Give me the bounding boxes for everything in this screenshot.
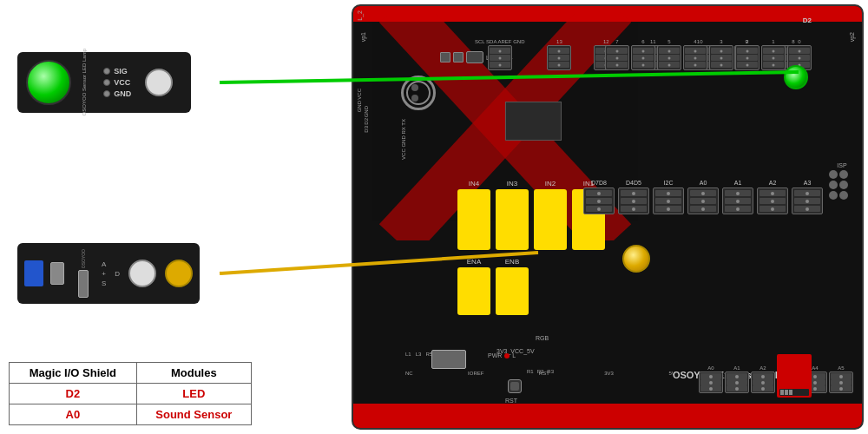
gnd2-label: GND — [364, 106, 369, 117]
reset-button[interactable] — [508, 379, 522, 393]
i2c-conn — [653, 187, 684, 214]
sound-white-connector — [128, 260, 156, 287]
d1-label: 1 — [772, 39, 774, 44]
d13-block: 13 — [547, 39, 571, 70]
in4-label: IN4 — [457, 180, 490, 187]
dp-pin-3 — [490, 62, 510, 68]
d7d8-label: D7D8 — [583, 180, 615, 186]
d3-label: 3 — [720, 39, 722, 44]
d0-label: 0 — [798, 39, 800, 44]
red-component-block — [777, 354, 812, 398]
sound-a-d-labels: A + S — [102, 260, 106, 287]
a3-label: A3 — [792, 180, 823, 186]
sound-s-label: S — [102, 279, 106, 287]
rst-text: RST — [505, 398, 517, 404]
i2c-label: I2C — [653, 180, 684, 186]
sound-mic-component — [50, 262, 64, 285]
isp-dot-2 — [839, 170, 848, 179]
led-module-label: OSOYOO Sensor LED Lamp — [82, 49, 88, 115]
d3-block: 3 — [709, 39, 733, 70]
d1-block: 1 — [761, 39, 786, 70]
ena-yellow — [457, 267, 490, 315]
ena-enb-row: ENA ENB — [457, 258, 529, 315]
dc-c-label — [453, 52, 464, 62]
d3-side-label: D3 — [364, 126, 369, 133]
osoyoo-logo-inner — [406, 81, 431, 105]
sound-d-label: D — [115, 270, 120, 278]
ba5-label: A5 — [838, 365, 844, 371]
r1-r2-r3-labels: R1 R2 R3 — [527, 369, 554, 374]
right-digital-row: 7 6 5 — [605, 39, 812, 70]
isp-dot-3 — [829, 181, 838, 189]
d7d8-block: D7D8 — [583, 180, 615, 214]
enb-yellow — [496, 267, 529, 315]
3v3-label: 3V3 — [604, 371, 614, 376]
table-header-modules: Modules — [136, 363, 251, 384]
l1-bottom-label: L1 — [405, 352, 411, 357]
in3-label: IN3 — [496, 180, 529, 187]
d2-label-text: D2 — [803, 16, 812, 24]
d6-block: 6 — [631, 39, 655, 70]
l-label-pwr: L — [512, 352, 516, 358]
isp-dot-5 — [829, 191, 838, 200]
a1-label: A1 — [722, 180, 753, 186]
scl-sda-group: SCL SDA AREF GND — [475, 39, 524, 70]
table-body: D2 LED A0 Sound Sensor — [10, 384, 252, 425]
isp-label: ISP — [829, 162, 855, 168]
sound-plus-label: + — [102, 270, 106, 278]
in4-yellow — [457, 189, 490, 250]
led-gnd-label: GND — [114, 89, 131, 98]
dp-pin-2 — [490, 55, 510, 61]
d2-side-label: D2 — [364, 118, 369, 125]
d7-connector — [605, 45, 629, 70]
d7-label: 7 — [615, 39, 618, 44]
ba1-label: A1 — [733, 365, 740, 371]
sound-potentiometer — [24, 260, 43, 286]
gnd-d2-labels: GND D2 D3 — [364, 106, 369, 133]
table-led-cell: LED — [136, 384, 251, 404]
d4-block: 4 — [683, 39, 707, 70]
reset-button-inner — [510, 382, 519, 391]
led-vcc-dot — [103, 79, 110, 86]
in4-block: IN4 — [457, 180, 490, 250]
dp-pin-1 — [490, 48, 510, 54]
d6-label: 6 — [641, 39, 644, 44]
vcc-rx-label: VCC GND RX TX — [401, 119, 406, 160]
a3-conn — [792, 187, 823, 214]
l3-bottom-label: L3 — [416, 352, 422, 357]
isp-dot-1 — [829, 170, 838, 179]
l1-l3-r5-labels: L1 L3 R5 — [405, 352, 432, 357]
d5-connector — [657, 45, 681, 70]
led-pin-labels: SIG VCC GND — [103, 67, 131, 98]
d13-label: 13 — [556, 39, 562, 44]
d4d5-block: D4D5 — [618, 180, 649, 214]
osoyoo-logo — [401, 76, 436, 110]
ioref-label: IOREF — [468, 371, 483, 376]
table-header-shield: Magic I/O Shield — [10, 363, 137, 384]
r2-label: R2 — [537, 369, 544, 374]
pwr-led — [504, 353, 510, 358]
d7-block: 7 — [605, 39, 629, 70]
sound-d-label-area: D — [115, 270, 120, 278]
usb-connector — [431, 350, 466, 369]
led-module: OSOYOO Sensor LED Lamp SIG VCC GND — [17, 52, 191, 113]
led-sig-label: SIG — [114, 67, 128, 76]
d1-connector — [761, 45, 786, 70]
sound-osoyoo-label: OSOYOO — [81, 249, 86, 268]
bottom-analog-pins: A0 A1 A2 — [699, 365, 853, 393]
vp1-label: vp1 — [360, 32, 366, 42]
ba5-block: A5 — [829, 365, 853, 393]
table-sound-cell: Sound Sensor — [136, 404, 251, 425]
d2-connector — [735, 45, 760, 70]
shield-bottom-red — [353, 404, 862, 428]
sound-slider — [78, 270, 89, 298]
gnd-label-side: GND — [357, 101, 362, 112]
sound-module: OSOYOO A + S D — [17, 243, 200, 304]
ba4-label: A4 — [812, 365, 818, 371]
enb-label: ENB — [496, 258, 529, 266]
dc-d-label — [440, 52, 450, 62]
table-row-led: D2 LED — [10, 384, 252, 404]
vcc-gnd-labels: VCC GND — [357, 89, 362, 112]
dp-13-3 — [549, 62, 569, 68]
mid-connectors-row: D7D8 D4D5 — [583, 180, 823, 214]
